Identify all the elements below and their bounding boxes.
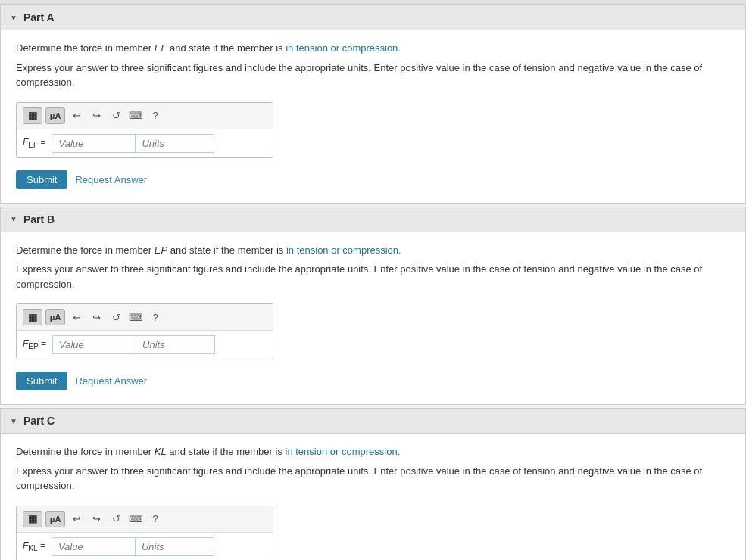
reset-icon-partB[interactable]: ↺ [108, 309, 124, 325]
undo-icon-partA[interactable]: ↩ [68, 107, 85, 124]
help-icon-partB[interactable]: ? [147, 309, 164, 325]
grid-button-partA[interactable]: ▦ [23, 107, 42, 124]
formula-label-partC: FKL = [23, 540, 45, 552]
instruction2-partC: Express your answer to three significant… [16, 464, 730, 493]
input-toolbar-partB: ▦ μA ↩ ↪ ↺ ⌨ ? [17, 304, 273, 331]
instruction1-partC: Determine the force in member KL and sta… [16, 444, 730, 459]
chevron-icon-partC: ▼ [10, 417, 17, 425]
keyboard-icon-partB[interactable]: ⌨ [127, 309, 144, 325]
chevron-icon-partA: ▼ [10, 14, 17, 22]
section-body-partC: Determine the force in member KL and sta… [1, 434, 745, 560]
section-partB: ▼ Part B Determine the force in member E… [0, 207, 746, 406]
section-partA: ▼ Part A Determine the force in member E… [0, 5, 746, 204]
input-row-partB: FEP = [17, 331, 273, 359]
action-row-partA: Submit Request Answer [16, 170, 730, 189]
reset-icon-partA[interactable]: ↺ [108, 107, 124, 124]
keyboard-icon-partA[interactable]: ⌨ [127, 107, 144, 124]
section-body-partA: Determine the force in member EF and sta… [1, 30, 745, 203]
section-title-partA: Part A [23, 11, 55, 23]
section-partC: ▼ Part C Determine the force in member K… [0, 408, 746, 560]
section-title-partC: Part C [23, 415, 55, 427]
tension-text-partC: in tension or compression. [286, 446, 401, 457]
reset-icon-partC[interactable]: ↺ [108, 511, 124, 527]
section-title-partB: Part B [23, 213, 55, 226]
formula-label-partB: FEP = [23, 338, 46, 350]
input-row-partA: FEF = [17, 129, 273, 157]
request-answer-link-partB[interactable]: Request Answer [75, 375, 147, 387]
grid-button-partB[interactable]: ▦ [23, 309, 42, 325]
mu-button-partB[interactable]: μA [45, 309, 65, 325]
submit-button-partA[interactable]: Submit [16, 170, 67, 189]
action-row-partB: Submit Request Answer [16, 372, 730, 390]
keyboard-icon-partC[interactable]: ⌨ [127, 511, 144, 527]
request-answer-link-partA[interactable]: Request Answer [75, 174, 147, 185]
section-body-partB: Determine the force in member EP and sta… [1, 232, 745, 405]
chevron-icon-partB: ▼ [10, 215, 17, 223]
units-input-partB[interactable] [136, 335, 215, 354]
help-icon-partA[interactable]: ? [147, 107, 164, 124]
value-input-partA[interactable] [52, 134, 135, 153]
redo-icon-partC[interactable]: ↪ [88, 511, 105, 527]
undo-icon-partC[interactable]: ↩ [68, 511, 85, 527]
mu-button-partA[interactable]: μA [45, 107, 65, 124]
units-input-partC[interactable] [135, 537, 214, 556]
input-row-partC: FKL = [17, 533, 273, 561]
submit-button-partB[interactable]: Submit [16, 372, 67, 390]
undo-icon-partB[interactable]: ↩ [68, 309, 85, 325]
mu-button-partC[interactable]: μA [45, 511, 65, 527]
instruction2-partB: Express your answer to three significant… [16, 262, 730, 291]
member-name-partC: KL [155, 446, 167, 457]
formula-label-partA: FEF = [23, 137, 45, 149]
section-header-partB[interactable]: ▼ Part B [1, 207, 745, 232]
tension-text-partB: in tension or compression. [286, 244, 401, 256]
input-toolbar-partA: ▦ μA ↩ ↪ ↺ ⌨ ? [17, 103, 273, 129]
units-input-partA[interactable] [135, 134, 214, 153]
section-header-partC[interactable]: ▼ Part C [1, 409, 745, 434]
input-toolbar-partC: ▦ μA ↩ ↪ ↺ ⌨ ? [17, 506, 273, 533]
input-area-partA: ▦ μA ↩ ↪ ↺ ⌨ ? FEF = [16, 102, 273, 158]
instruction1-partA: Determine the force in member EF and sta… [16, 41, 730, 56]
grid-button-partC[interactable]: ▦ [23, 511, 42, 527]
redo-icon-partA[interactable]: ↪ [88, 107, 105, 124]
section-header-partA[interactable]: ▼ Part A [1, 5, 745, 30]
member-name-partA: EF [155, 42, 167, 54]
instruction1-partB: Determine the force in member EP and sta… [16, 243, 730, 258]
value-input-partC[interactable] [52, 537, 135, 556]
input-area-partC: ▦ μA ↩ ↪ ↺ ⌨ ? FKL = [16, 506, 273, 561]
redo-icon-partB[interactable]: ↪ [88, 309, 105, 325]
help-icon-partC[interactable]: ? [147, 511, 164, 527]
instruction2-partA: Express your answer to three significant… [16, 61, 730, 90]
tension-text-partA: in tension or compression. [286, 42, 401, 54]
value-input-partB[interactable] [52, 335, 136, 354]
member-name-partB: EP [155, 244, 167, 256]
input-area-partB: ▦ μA ↩ ↪ ↺ ⌨ ? FEP = [16, 303, 273, 359]
